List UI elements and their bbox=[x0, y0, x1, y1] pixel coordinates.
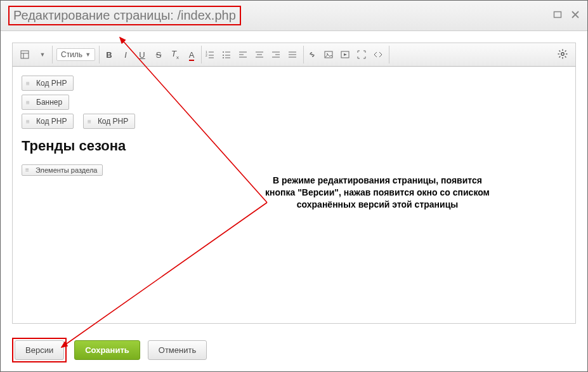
style-dropdown-label: Стиль bbox=[61, 50, 82, 59]
content-area: ▼ Стиль ▼ B I U S Tx A 12 bbox=[1, 31, 587, 331]
svg-line-35 bbox=[559, 50, 561, 51]
maximize-icon[interactable] bbox=[553, 10, 562, 21]
align-left-icon[interactable] bbox=[238, 50, 250, 59]
style-dropdown[interactable]: Стиль ▼ bbox=[56, 48, 95, 61]
svg-point-13 bbox=[223, 57, 224, 58]
svg-point-9 bbox=[223, 51, 224, 53]
widget-label: Код PHP bbox=[36, 117, 67, 126]
chevron-down-icon[interactable]: ▼ bbox=[37, 51, 48, 58]
window-titlebar: Редактирование страницы: /index.php bbox=[1, 1, 587, 31]
window-title: Редактирование страницы: /index.php bbox=[13, 8, 236, 22]
list-ol-icon[interactable]: 12 bbox=[206, 50, 217, 59]
underline-icon[interactable]: U bbox=[136, 50, 148, 60]
title-highlight-box: Редактирование страницы: /index.php bbox=[8, 6, 241, 25]
versions-highlight-box: Версии bbox=[12, 338, 67, 362]
widget-banner[interactable]: ≡Баннер bbox=[22, 95, 69, 110]
editor-canvas[interactable]: ≡Код PHP ≡Баннер ≡Код PHP ≡Код PHP Тренд… bbox=[12, 67, 576, 324]
svg-point-30 bbox=[561, 52, 564, 55]
svg-point-11 bbox=[223, 55, 224, 56]
svg-line-38 bbox=[559, 56, 561, 57]
align-right-icon[interactable] bbox=[271, 50, 283, 59]
list-ul-icon[interactable] bbox=[222, 50, 233, 59]
svg-line-36 bbox=[565, 56, 566, 57]
image-icon[interactable] bbox=[324, 50, 336, 59]
align-center-icon[interactable] bbox=[255, 50, 266, 59]
dialog-footer: Версии Сохранить Отменить bbox=[1, 331, 587, 371]
content-heading: Тренды сезона bbox=[22, 138, 566, 154]
video-icon[interactable] bbox=[341, 50, 352, 59]
bold-icon[interactable]: B bbox=[103, 50, 115, 60]
cancel-button[interactable]: Отменить bbox=[148, 340, 207, 360]
versions-button[interactable]: Версии bbox=[15, 340, 64, 360]
widget-label: Код PHP bbox=[36, 79, 67, 88]
widget-label: Код PHP bbox=[98, 117, 128, 126]
widget-php[interactable]: ≡Код PHP bbox=[22, 76, 74, 91]
svg-text:2: 2 bbox=[206, 53, 207, 57]
widget-section-elements[interactable]: ≡Элементы раздела bbox=[22, 164, 103, 176]
settings-icon[interactable] bbox=[558, 49, 568, 61]
annotation-text: В режиме редактирования страницы, появит… bbox=[260, 175, 495, 211]
svg-line-37 bbox=[565, 50, 566, 51]
source-icon[interactable] bbox=[374, 50, 385, 59]
grip-icon: ≡ bbox=[26, 99, 32, 106]
chevron-down-icon: ▼ bbox=[85, 51, 91, 58]
strike-icon[interactable]: S bbox=[153, 50, 164, 60]
widget-php[interactable]: ≡Код PHP bbox=[83, 114, 135, 129]
italic-icon[interactable]: I bbox=[120, 50, 131, 60]
grip-icon: ≡ bbox=[26, 80, 32, 87]
svg-rect-1 bbox=[21, 51, 29, 58]
editor-toolbar: ▼ Стиль ▼ B I U S Tx A 12 bbox=[12, 43, 576, 67]
templates-icon[interactable] bbox=[20, 50, 32, 59]
align-justify-icon[interactable] bbox=[288, 50, 299, 59]
svg-rect-0 bbox=[554, 12, 561, 18]
window-controls bbox=[553, 10, 580, 21]
clear-format-icon[interactable]: Tx bbox=[169, 49, 181, 60]
widget-label: Баннер bbox=[36, 98, 62, 107]
grip-icon: ≡ bbox=[26, 118, 32, 125]
save-button[interactable]: Сохранить bbox=[74, 340, 140, 360]
widget-label: Элементы раздела bbox=[36, 166, 97, 174]
link-icon[interactable] bbox=[308, 50, 319, 59]
text-color-icon[interactable]: A bbox=[186, 50, 197, 60]
close-icon[interactable] bbox=[571, 10, 580, 21]
grip-icon: ≡ bbox=[25, 166, 32, 173]
widget-php[interactable]: ≡Код PHP bbox=[22, 114, 74, 129]
fullscreen-icon[interactable] bbox=[357, 50, 369, 59]
grip-icon: ≡ bbox=[88, 118, 94, 125]
